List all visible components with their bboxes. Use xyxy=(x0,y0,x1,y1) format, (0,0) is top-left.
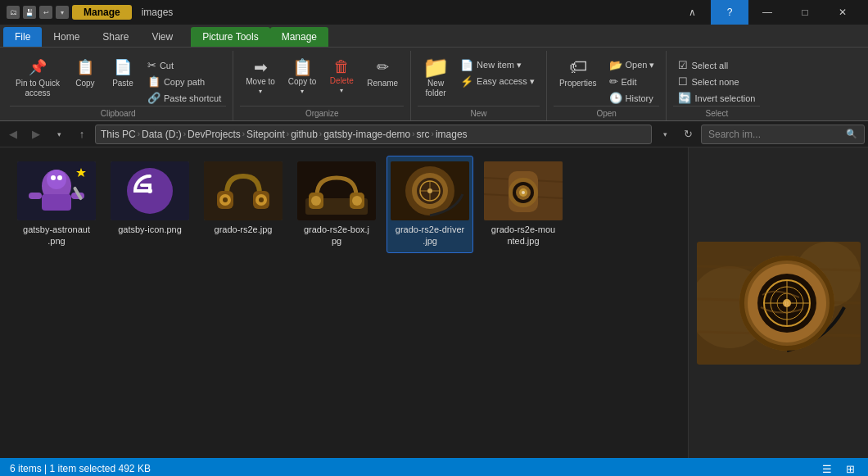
file-area: gatsby-astronaut.png gatsby-icon.png xyxy=(0,147,868,458)
history-icon: 🕒 xyxy=(609,92,622,104)
svg-rect-6 xyxy=(29,193,42,199)
move-to-button[interactable]: ➡ Move to xyxy=(240,54,281,87)
file-item-gatsby-astronaut[interactable]: gatsby-astronaut.png xyxy=(13,156,100,253)
grado-rs2e-svg xyxy=(204,161,283,220)
delete-dropdown[interactable]: ▾ xyxy=(323,86,359,96)
easy-access-button[interactable]: ⚡ Easy access ▾ xyxy=(455,74,540,89)
path-src: src xyxy=(417,129,430,140)
paste-button[interactable]: 📄 Paste xyxy=(105,54,141,92)
history-button[interactable]: 🕒 History xyxy=(604,90,660,106)
properties-label: Properties xyxy=(559,79,597,88)
svg-point-19 xyxy=(259,197,264,202)
svg-text:B: B xyxy=(784,301,789,308)
move-to-dropdown[interactable]: ▾ xyxy=(240,87,281,97)
ribbon-tabs: File Home Share View Picture Tools Manag… xyxy=(0,25,868,48)
gatsby-icon-svg xyxy=(111,161,189,220)
file-item-grado-rs2e-box[interactable]: grado-rs2e-box.jpg xyxy=(293,156,380,253)
path-data: Data (D:) xyxy=(142,129,182,140)
recent-locations-button[interactable]: ▾ xyxy=(49,125,69,144)
edit-icon: ✏ xyxy=(609,75,618,88)
svg-point-33 xyxy=(427,188,432,193)
svg-point-3 xyxy=(51,175,56,180)
ribbon-group-clipboard: 📌 Pin to Quickaccess 📋 Copy 📄 Paste ✂ Cu… xyxy=(3,51,233,120)
copy-to-button[interactable]: 📋 Copy to xyxy=(283,54,322,87)
status-info: 6 items | 1 item selected 492 KB xyxy=(10,463,151,474)
file-item-gatsby-icon[interactable]: gatsby-icon.png xyxy=(106,156,193,253)
window-title: images xyxy=(142,7,174,18)
svg-point-12 xyxy=(147,188,152,193)
clipboard-group-label: Clipboard xyxy=(10,106,226,120)
items-count: 6 items xyxy=(10,463,42,474)
refresh-button[interactable]: ↻ xyxy=(678,125,698,144)
close-button[interactable]: ✕ xyxy=(824,0,861,25)
pin-to-quick-access-button[interactable]: 📌 Pin to Quickaccess xyxy=(10,54,66,102)
back-button[interactable]: ◀ xyxy=(3,125,23,144)
rename-button[interactable]: ✏ Rename xyxy=(361,54,404,92)
select-none-button[interactable]: ☐ Select none xyxy=(673,74,760,89)
up-button[interactable]: ↑ xyxy=(72,125,92,144)
copy-path-button[interactable]: 📋 Copy path xyxy=(142,74,226,89)
preview-pane: B xyxy=(688,147,868,458)
invert-selection-icon: 🔄 xyxy=(678,92,691,104)
ribbon: 📌 Pin to Quickaccess 📋 Copy 📄 Paste ✂ Cu… xyxy=(0,48,868,121)
delete-label: Delete xyxy=(330,76,354,85)
easy-access-label: Easy access ▾ xyxy=(477,76,535,87)
delete-icon: 🗑 xyxy=(333,57,350,76)
path-github: github xyxy=(291,129,318,140)
tab-picture-tools[interactable]: Picture Tools xyxy=(191,27,269,47)
edit-button[interactable]: ✏ Edit xyxy=(604,74,660,89)
properties-icon: 🏷 xyxy=(568,57,588,77)
help-button[interactable]: ? xyxy=(711,0,748,25)
search-bar[interactable]: Search im... 🔍 xyxy=(701,125,865,144)
minimize-button[interactable]: — xyxy=(748,0,786,25)
details-view-button[interactable]: ☰ xyxy=(819,460,835,476)
address-bar[interactable]: This PC › Data (D:) › DevProjects › Site… xyxy=(95,125,652,144)
tab-share[interactable]: Share xyxy=(91,27,140,47)
cut-button[interactable]: ✂ Cut xyxy=(142,57,226,73)
collapse-ribbon-button[interactable]: ∧ xyxy=(673,0,711,25)
delete-button[interactable]: 🗑 Delete xyxy=(323,54,359,86)
path-devprojects: DevProjects xyxy=(188,129,241,140)
maximize-button[interactable]: □ xyxy=(786,0,824,25)
copy-to-dropdown[interactable]: ▾ xyxy=(283,87,322,97)
manage-tab-title: Manage xyxy=(72,5,132,20)
new-folder-icon: 📁 xyxy=(426,57,445,77)
file-name-gatsby-icon: gatsby-icon.png xyxy=(118,224,182,235)
copy-to-label: Copy to xyxy=(288,77,316,86)
new-col: 📄 New item ▾ ⚡ Easy access ▾ xyxy=(455,54,540,89)
clipboard-col: ✂ Cut 📋 Copy path 🔗 Paste shortcut xyxy=(142,54,226,106)
svg-point-25 xyxy=(352,196,362,206)
large-icons-view-button[interactable]: ⊞ xyxy=(842,460,858,476)
new-items: 📁 Newfolder 📄 New item ▾ ⚡ Easy access ▾ xyxy=(418,51,540,106)
file-item-grado-rs2e-driver[interactable]: grado-rs2e-driver.jpg xyxy=(387,156,473,253)
tab-manage[interactable]: Manage xyxy=(270,27,328,47)
file-thumb-grado-rs2e-mounted xyxy=(484,161,563,220)
tab-file[interactable]: File xyxy=(3,27,42,47)
tab-home[interactable]: Home xyxy=(42,27,91,47)
history-label: History xyxy=(626,93,653,103)
new-item-button[interactable]: 📄 New item ▾ xyxy=(455,57,540,73)
open-button[interactable]: 📂 Open ▾ xyxy=(604,57,660,73)
path-sitepoint: Sitepoint xyxy=(246,129,285,140)
file-name-grado-rs2e-driver: grado-rs2e-driver.jpg xyxy=(396,224,464,247)
ribbon-group-select: ☑ Select all ☐ Select none 🔄 Invert sele… xyxy=(667,51,766,120)
edit-label: Edit xyxy=(622,77,637,87)
search-icon: 🔍 xyxy=(846,129,857,139)
copy-to-split: 📋 Copy to ▾ xyxy=(283,54,322,97)
copy-path-label: Copy path xyxy=(164,77,205,87)
forward-button[interactable]: ▶ xyxy=(26,125,46,144)
address-dropdown-button[interactable]: ▾ xyxy=(655,125,675,144)
new-folder-button[interactable]: 📁 Newfolder xyxy=(418,54,454,102)
file-item-grado-rs2e-mounted[interactable]: grado-rs2e-mounted.jpg xyxy=(480,156,567,253)
properties-button[interactable]: 🏷 Properties xyxy=(554,54,603,92)
select-all-button[interactable]: ☑ Select all xyxy=(673,57,760,73)
copy-button[interactable]: 📋 Copy xyxy=(67,54,103,92)
tab-view[interactable]: View xyxy=(140,27,184,47)
svg-point-43 xyxy=(522,191,525,194)
copy-icon: 📋 xyxy=(75,57,95,77)
paste-shortcut-button[interactable]: 🔗 Paste shortcut xyxy=(142,90,226,106)
file-item-grado-rs2e[interactable]: grado-rs2e.jpg xyxy=(200,156,287,253)
open-icon: 📂 xyxy=(609,59,622,71)
invert-selection-button[interactable]: 🔄 Invert selection xyxy=(673,90,760,106)
file-name-grado-rs2e-mounted: grado-rs2e-mounted.jpg xyxy=(491,224,555,247)
